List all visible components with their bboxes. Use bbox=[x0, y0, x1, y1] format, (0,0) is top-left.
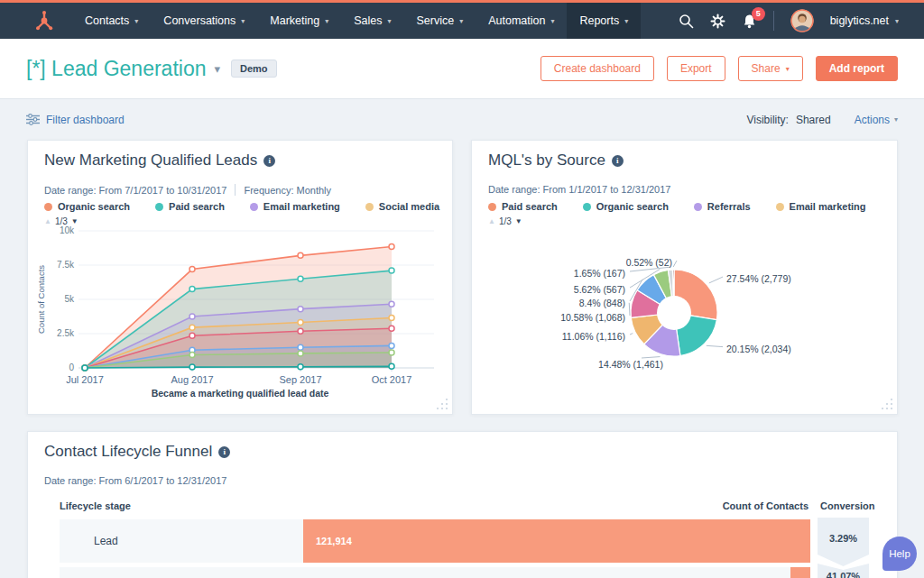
filter-dashboard-button[interactable]: Filter dashboard bbox=[26, 114, 125, 126]
hubspot-logo-icon[interactable] bbox=[29, 3, 60, 39]
conversion-badge: 3.29% bbox=[818, 518, 869, 566]
export-button[interactable]: Export bbox=[667, 56, 725, 81]
chevron-down-icon: ▾ bbox=[894, 115, 898, 124]
legend-dot-icon bbox=[365, 203, 374, 211]
svg-text:14.48% (1,461): 14.48% (1,461) bbox=[598, 359, 663, 370]
legend-item[interactable]: Email marketing bbox=[776, 201, 866, 212]
chevron-down-icon: ▾ bbox=[550, 17, 554, 25]
legend-label: Organic search bbox=[58, 201, 130, 212]
chevron-down-icon: ▾ bbox=[241, 17, 245, 25]
card-title: Contact Lifecycle Funneli bbox=[44, 443, 230, 461]
legend-dot-icon bbox=[694, 203, 702, 211]
donut-chart: 27.54% (2,779)20.15% (2,034)14.48% (1,46… bbox=[472, 224, 899, 413]
nav-item-automation[interactable]: Automation▾ bbox=[476, 3, 567, 39]
info-icon[interactable]: i bbox=[263, 155, 275, 167]
visibility-label: Visibility: bbox=[746, 114, 788, 126]
demo-badge: Demo bbox=[231, 60, 277, 78]
top-nav: Contacts▾Conversations▾Marketing▾Sales▾S… bbox=[0, 3, 924, 39]
divider bbox=[235, 184, 236, 196]
legend-label: Paid search bbox=[169, 201, 225, 212]
help-button[interactable]: Help bbox=[882, 537, 917, 571]
chevron-down-icon: ▾ bbox=[387, 17, 391, 25]
column-header-lifecycle-stage: Lifecycle stage bbox=[60, 500, 131, 511]
gear-icon[interactable] bbox=[710, 14, 725, 29]
visibility-value: Shared bbox=[796, 114, 831, 126]
nav-item-service[interactable]: Service▾ bbox=[403, 3, 476, 39]
svg-text:1.65% (167): 1.65% (167) bbox=[574, 268, 625, 279]
lifecycle-stage-label: Lead bbox=[94, 535, 118, 547]
svg-text:0: 0 bbox=[69, 362, 74, 372]
nav-item-conversations[interactable]: Conversations▾ bbox=[151, 3, 257, 39]
nav-menu: Contacts▾Conversations▾Marketing▾Sales▾S… bbox=[72, 3, 641, 39]
svg-text:0.52% (52): 0.52% (52) bbox=[626, 257, 672, 268]
date-range: Date range: From 7/1/2017 to 10/31/2017 bbox=[44, 185, 226, 196]
legend-item[interactable]: Social media bbox=[365, 201, 439, 212]
card-contact-lifecycle-funnel: Contact Lifecycle Funneli Date range: Fr… bbox=[27, 431, 898, 578]
chevron-down-icon: ▾ bbox=[134, 17, 138, 25]
legend-label: Email marketing bbox=[790, 201, 866, 212]
funnel-bar[interactable]: 121,914 bbox=[303, 519, 810, 563]
funnel-bar[interactable] bbox=[790, 567, 810, 578]
svg-text:10k: 10k bbox=[60, 225, 75, 235]
nav-item-label: Marketing bbox=[270, 14, 319, 27]
legend-item[interactable]: Organic search bbox=[44, 201, 130, 212]
info-icon[interactable]: i bbox=[612, 155, 624, 167]
chevron-down-icon: ▾ bbox=[459, 17, 463, 25]
legend-dot-icon bbox=[488, 203, 496, 211]
svg-text:7.5k: 7.5k bbox=[57, 260, 75, 270]
svg-text:2.5k: 2.5k bbox=[57, 328, 75, 338]
resize-handle-icon[interactable] bbox=[435, 397, 449, 411]
funnel-row bbox=[60, 567, 810, 578]
card-title: New Marketing Qualified Leadsi bbox=[44, 151, 275, 170]
chart-legend: Organic searchPaid searchEmail marketing… bbox=[44, 201, 439, 212]
legend-label: Social media bbox=[379, 201, 439, 212]
divider bbox=[773, 11, 774, 31]
legend-item[interactable]: Email marketing bbox=[250, 201, 340, 212]
page-title: [*] Lead Generation bbox=[26, 57, 206, 81]
svg-text:8.4% (848): 8.4% (848) bbox=[579, 298, 625, 308]
search-icon[interactable] bbox=[679, 14, 694, 29]
legend-dot-icon bbox=[250, 203, 258, 211]
nav-item-reports[interactable]: Reports▾ bbox=[567, 3, 641, 39]
svg-text:5k: 5k bbox=[64, 294, 75, 304]
nav-item-sales[interactable]: Sales▾ bbox=[341, 3, 403, 39]
funnel-row: Lead121,914 bbox=[60, 519, 810, 563]
add-report-button[interactable]: Add report bbox=[816, 56, 898, 81]
avatar[interactable] bbox=[790, 9, 814, 32]
nav-item-label: Conversations bbox=[163, 14, 236, 27]
create-dashboard-button[interactable]: Create dashboard bbox=[541, 56, 654, 81]
svg-text:20.15% (2,034): 20.15% (2,034) bbox=[726, 344, 791, 354]
column-header-conversion: Conversion bbox=[820, 500, 875, 511]
nav-item-label: Service bbox=[416, 14, 454, 27]
share-button[interactable]: Share▾ bbox=[738, 56, 803, 81]
account-label: biglytics.net bbox=[830, 14, 889, 27]
svg-text:Jul 2017: Jul 2017 bbox=[66, 374, 104, 385]
card-meta: Date range: From 6/1/2017 to 12/31/2017 bbox=[44, 475, 226, 486]
frequency: Frequency: Monthly bbox=[244, 185, 331, 196]
card-meta: Date range: From 1/1/2017 to 12/31/2017 bbox=[488, 184, 670, 195]
legend-item[interactable]: Organic search bbox=[583, 201, 669, 212]
resize-handle-icon[interactable] bbox=[880, 397, 894, 411]
title-chevron-down-icon[interactable]: ▾ bbox=[214, 62, 220, 76]
nav-item-label: Sales bbox=[354, 14, 382, 27]
nav-item-label: Contacts bbox=[85, 14, 129, 27]
legend-item[interactable]: Paid search bbox=[155, 201, 225, 212]
chevron-down-icon: ▾ bbox=[786, 65, 790, 73]
actions-menu-button[interactable]: Actions ▾ bbox=[855, 114, 898, 126]
legend-item[interactable]: Referrals bbox=[694, 201, 751, 212]
svg-text:10.58% (1,068): 10.58% (1,068) bbox=[560, 312, 625, 323]
legend-label: Paid search bbox=[502, 201, 558, 212]
nav-utilities: 5 biglytics.net ▾ bbox=[679, 3, 899, 39]
info-icon[interactable]: i bbox=[218, 446, 230, 458]
card-title: MQL's by Sourcei bbox=[488, 151, 624, 170]
nav-item-contacts[interactable]: Contacts▾ bbox=[72, 3, 151, 39]
account-menu[interactable]: biglytics.net ▾ bbox=[830, 14, 899, 27]
bell-icon[interactable]: 5 bbox=[742, 14, 757, 29]
chevron-down-icon: ▾ bbox=[325, 17, 328, 25]
nav-item-marketing[interactable]: Marketing▾ bbox=[257, 3, 341, 39]
date-range: Date range: From 6/1/2017 to 12/31/2017 bbox=[44, 475, 226, 486]
column-header-count-of-contacts: Count of Contacts bbox=[723, 500, 808, 511]
legend-item[interactable]: Paid search bbox=[488, 201, 558, 212]
svg-text:Aug 2017: Aug 2017 bbox=[171, 374, 213, 385]
conversion-value: 3.29% bbox=[818, 533, 869, 544]
